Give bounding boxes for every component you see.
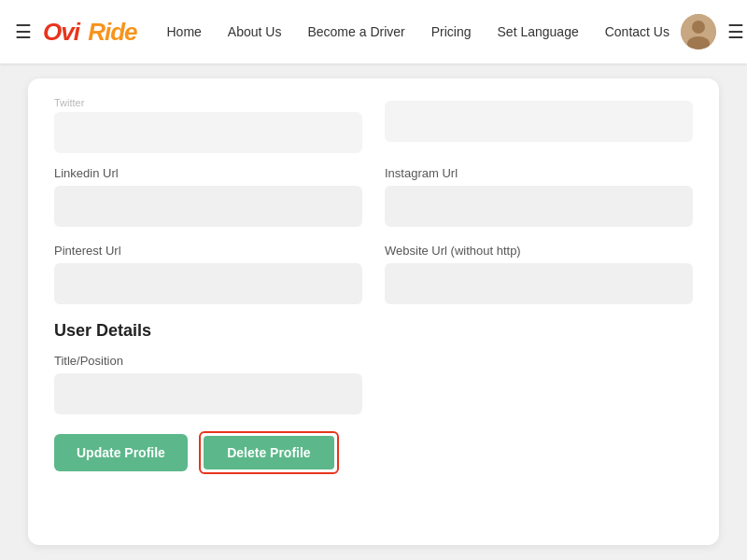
page-content: Twitter Linkedin Url Instagram Url Pinte… xyxy=(0,63,747,560)
button-row: Update Profile Delete Profile xyxy=(54,431,693,474)
pinterest-website-row: Pinterest Url Website Url (without http) xyxy=(54,244,693,304)
instagram-group: Instagram Url xyxy=(385,166,693,227)
instagram-label: Instagram Url xyxy=(385,166,693,180)
delete-profile-wrapper: Delete Profile xyxy=(199,431,339,474)
partial-right-input[interactable] xyxy=(385,101,693,142)
linkedin-instagram-row: Linkedin Url Instagram Url xyxy=(54,166,693,227)
nav-right: ☰ xyxy=(681,14,744,49)
nav-pricing[interactable]: Pricing xyxy=(420,17,483,47)
pinterest-label: Pinterest Url xyxy=(54,244,362,258)
menu-icon[interactable]: ☰ xyxy=(15,21,32,43)
nav-set-language[interactable]: Set Language xyxy=(486,17,590,47)
user-avatar[interactable] xyxy=(681,14,716,49)
nav-home[interactable]: Home xyxy=(156,17,213,47)
logo-ovi: Ovi xyxy=(43,18,79,47)
twitter-input[interactable] xyxy=(54,112,362,153)
website-label: Website Url (without http) xyxy=(385,244,693,258)
pinterest-group: Pinterest Url xyxy=(54,244,362,304)
form-card: Twitter Linkedin Url Instagram Url Pinte… xyxy=(28,78,719,545)
website-input[interactable] xyxy=(385,263,693,304)
user-details-title: User Details xyxy=(54,321,693,341)
hamburger-icon[interactable]: ☰ xyxy=(727,21,744,43)
pinterest-input[interactable] xyxy=(54,263,362,304)
instagram-input[interactable] xyxy=(385,186,693,227)
partial-right-group xyxy=(385,97,693,153)
twitter-label: Twitter xyxy=(54,97,362,108)
nav-about[interactable]: About Us xyxy=(217,17,293,47)
nav-become-driver[interactable]: Become a Driver xyxy=(296,17,416,47)
linkedin-group: Linkedin Url xyxy=(54,166,362,227)
logo-ride: Ride xyxy=(88,18,136,47)
update-profile-button[interactable]: Update Profile xyxy=(54,434,188,471)
partial-top-row: Twitter xyxy=(54,97,693,153)
linkedin-input[interactable] xyxy=(54,186,362,227)
title-position-label: Title/Position xyxy=(54,354,693,368)
logo: Ovi Ride xyxy=(43,18,137,47)
website-group: Website Url (without http) xyxy=(385,244,693,304)
linkedin-label: Linkedin Url xyxy=(54,166,362,180)
title-position-group: Title/Position xyxy=(54,354,693,414)
navbar: ☰ Ovi Ride Home About Us Become a Driver… xyxy=(0,0,747,63)
nav-links: Home About Us Become a Driver Pricing Se… xyxy=(156,17,681,47)
title-position-input[interactable] xyxy=(54,373,362,414)
delete-profile-button[interactable]: Delete Profile xyxy=(204,436,334,469)
nav-contact-us[interactable]: Contact Us xyxy=(594,17,681,47)
title-position-row: Title/Position xyxy=(54,354,693,414)
svg-point-1 xyxy=(692,21,705,34)
twitter-group: Twitter xyxy=(54,97,362,153)
